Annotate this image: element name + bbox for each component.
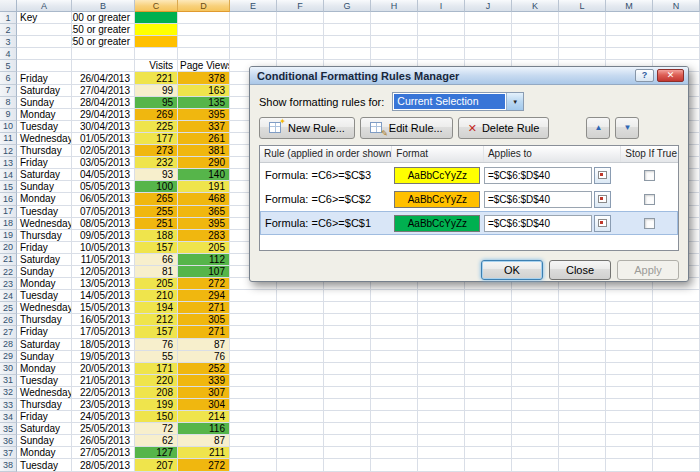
cell-D15[interactable]: 191 [178,181,230,193]
cell-D7[interactable]: 163 [178,85,230,97]
cell-J24[interactable] [465,290,512,302]
cell-A4[interactable] [17,48,72,60]
cell-G3[interactable] [324,36,371,48]
cell-A11[interactable]: Wednesday [17,133,72,145]
cell-A25[interactable]: Wednesday [17,302,72,314]
cell-I37[interactable] [418,447,465,459]
cell-H2[interactable] [371,24,418,36]
cell-N37[interactable] [653,447,700,459]
cell-D20[interactable]: 205 [178,242,230,254]
cell-C30[interactable]: 171 [135,363,178,375]
cell-M3[interactable] [606,36,653,48]
cell-A23[interactable]: Monday [17,278,72,290]
cell-C5[interactable]: Visits [135,60,178,72]
cell-D23[interactable]: 272 [178,278,230,290]
cell-D2[interactable] [178,24,230,36]
cell-K37[interactable] [512,447,559,459]
cell-J34[interactable] [465,411,512,423]
cell-D33[interactable]: 304 [178,399,230,411]
cell-K31[interactable] [512,375,559,387]
select-all-corner[interactable] [0,0,17,12]
applies-to-field[interactable]: =$C$6:$D$40 [484,167,592,184]
cell-J25[interactable] [465,302,512,314]
cell-K4[interactable] [512,48,559,60]
cell-C22[interactable]: 81 [135,266,178,278]
cell-F24[interactable] [277,290,324,302]
cell-G31[interactable] [324,375,371,387]
cell-A32[interactable]: Wednesday [17,387,72,399]
cell-M4[interactable] [606,48,653,60]
row-header-2[interactable]: 2 [0,24,17,36]
cell-G1[interactable] [324,12,371,24]
cell-B27[interactable]: 17/05/2013 [72,326,135,338]
cell-F29[interactable] [277,351,324,363]
column-header-M[interactable]: M [606,0,653,12]
cell-C13[interactable]: 232 [135,157,178,169]
cell-B9[interactable]: 29/04/2013 [72,109,135,121]
range-selector-button[interactable] [594,191,611,208]
cell-E35[interactable] [230,423,277,435]
cell-B20[interactable]: 10/05/2013 [72,242,135,254]
cell-K24[interactable] [512,290,559,302]
applies-to-field[interactable]: =$C$6:$D$40 [484,191,592,208]
cell-C8[interactable]: 95 [135,97,178,109]
cell-A18[interactable]: Wednesday [17,218,72,230]
cell-D12[interactable]: 381 [178,145,230,157]
row-header-7[interactable]: 7 [0,85,17,97]
row-header-9[interactable]: 9 [0,109,17,121]
cell-A19[interactable]: Thursday [17,230,72,242]
cell-H33[interactable] [371,399,418,411]
cell-L38[interactable] [559,459,606,471]
key-swatch-2[interactable] [135,24,178,36]
cell-B21[interactable]: 11/05/2013 [72,254,135,266]
cell-H34[interactable] [371,411,418,423]
cell-A29[interactable]: Sunday [17,351,72,363]
cell-J4[interactable] [465,48,512,60]
cell-C7[interactable]: 99 [135,85,178,97]
cell-E1[interactable] [230,12,277,24]
cell-I4[interactable] [418,48,465,60]
cell-B17[interactable]: 07/05/2013 [72,206,135,218]
cell-C16[interactable]: 265 [135,193,178,205]
cell-D30[interactable]: 252 [178,363,230,375]
cell-D21[interactable]: 112 [178,254,230,266]
cell-C31[interactable]: 220 [135,375,178,387]
cell-F4[interactable] [277,48,324,60]
row-header-36[interactable]: 36 [0,435,17,447]
cell-M27[interactable] [606,326,653,338]
cell-C29[interactable]: 55 [135,351,178,363]
cell-K34[interactable] [512,411,559,423]
cell-B34[interactable]: 24/05/2013 [72,411,135,423]
cell-M31[interactable] [606,375,653,387]
row-header-38[interactable]: 38 [0,459,17,471]
move-rule-down-button[interactable]: ▼ [615,117,639,139]
cell-J32[interactable] [465,387,512,399]
cell-B14[interactable]: 04/05/2013 [72,169,135,181]
cell-K1[interactable] [512,12,559,24]
cell-I2[interactable] [418,24,465,36]
cell-M2[interactable] [606,24,653,36]
cell-N27[interactable] [653,326,700,338]
cell-M28[interactable] [606,339,653,351]
cell-G34[interactable] [324,411,371,423]
cell-D1[interactable] [178,12,230,24]
cell-M24[interactable] [606,290,653,302]
cell-A28[interactable]: Saturday [17,339,72,351]
cell-L37[interactable] [559,447,606,459]
cell-A31[interactable]: Tuesday [17,375,72,387]
row-header-5[interactable]: 5 [0,60,17,72]
help-button[interactable]: ? [635,69,654,82]
stop-if-true-checkbox[interactable] [644,170,655,181]
cell-A33[interactable]: Thursday [17,399,72,411]
cell-M1[interactable] [606,12,653,24]
cell-J31[interactable] [465,375,512,387]
rule-row-1[interactable]: Formula: =C6>=$C$3AaBbCcYyZz=$C$6:$D$40 [260,163,678,187]
cell-B24[interactable]: 14/05/2013 [72,290,135,302]
cell-C25[interactable]: 194 [135,302,178,314]
row-header-14[interactable]: 14 [0,169,17,181]
row-header-22[interactable]: 22 [0,266,17,278]
cell-I3[interactable] [418,36,465,48]
cell-D34[interactable]: 214 [178,411,230,423]
cell-N30[interactable] [653,363,700,375]
row-header-16[interactable]: 16 [0,193,17,205]
